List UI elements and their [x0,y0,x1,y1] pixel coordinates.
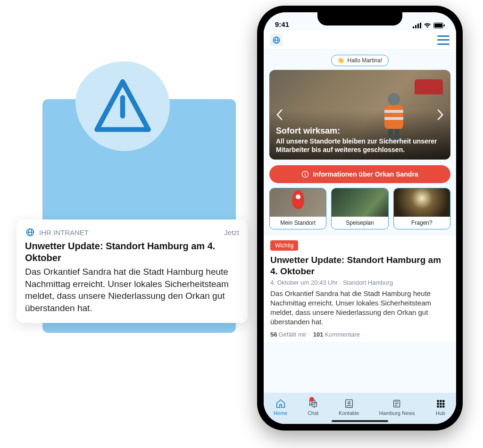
svg-point-25 [348,402,350,404]
comments-label: Kommentare [325,331,359,338]
globe-icon [272,36,281,44]
signal-icon [413,23,421,28]
nav-label: Chat [308,410,318,416]
hero-banner[interactable]: Sofort wirksam: All unsere Standorte ble… [269,70,450,160]
likes-label: Gefällt mir [278,331,306,338]
tile-label: Mein Standort [270,217,326,229]
svg-rect-17 [384,117,403,120]
push-time: Jetzt [224,228,239,237]
importance-badge: Wichtig [270,240,298,251]
nav-contacts[interactable]: Kontakte [339,398,359,416]
likes-count: 56 [270,331,277,338]
notification-badge [309,397,314,402]
info-button-label: Informationen über Orkan Sandra [313,170,418,178]
sandra-info-button[interactable]: Informationen über Orkan Sandra [269,165,450,183]
tile-questions[interactable]: Fragen? [393,188,450,229]
svg-rect-33 [437,403,439,405]
contacts-icon [343,398,355,409]
menu-button[interactable] [437,35,450,45]
alert-triangle-icon [92,76,153,137]
news-body: Das Orkantief Sandra hat die Stadt Hambu… [270,289,450,327]
nav-label: Home [274,410,287,416]
wifi-icon [424,23,431,28]
nav-home[interactable]: Home [274,398,287,416]
push-title: Unwetter Update: Standort Hamburg am 4. … [25,240,239,264]
news-title: Unwetter Update: Standort Hamburg am 4. … [270,254,450,277]
status-time: 9:41 [275,20,289,28]
phone-screen: 9:41 👋 Hallo Ma [264,12,456,424]
push-app-icon [25,227,35,237]
svg-rect-30 [437,400,439,402]
tile-menu-image [332,188,388,217]
svg-rect-6 [415,25,416,28]
svg-rect-35 [442,403,444,405]
hero-prev-button[interactable] [272,108,286,122]
svg-rect-5 [413,26,414,28]
nav-label: Hub [436,410,445,416]
svg-rect-34 [440,403,441,405]
battery-icon [433,23,445,28]
greeting-chip: 👋 Hallo Martina! [331,55,388,66]
grid-icon [435,398,446,409]
news-stats: 56Gefällt mir 101Kommentare [270,331,450,338]
tile-questions-image [394,188,450,217]
globe-icon [25,228,35,237]
tile-location-image [270,188,326,217]
svg-rect-36 [437,406,439,407]
news-meta: 4. Oktober um 20:43 Uhr · Standort Hambu… [270,279,450,286]
tile-label: Fragen? [394,217,450,229]
home-indicator [332,420,388,422]
tile-label: Speiseplan [332,217,388,229]
push-notification[interactable]: IHR INTRANET Jetzt Unwetter Update: Stan… [17,220,248,323]
nav-hub[interactable]: Hub [435,398,446,416]
push-app-name: IHR INTRANET [39,228,89,237]
svg-rect-23 [305,174,306,176]
svg-rect-11 [444,25,445,26]
svg-rect-31 [440,400,441,402]
nav-news[interactable]: Hamburg News [379,398,415,416]
chevron-right-icon [437,109,444,120]
chevron-left-icon [276,109,283,120]
nav-label: Hamburg News [379,410,415,416]
bottom-nav: Home Chat Kontakte Hamburg News [264,393,456,424]
svg-rect-32 [442,400,444,402]
news-article[interactable]: Wichtig Unwetter Update: Standort Hambur… [264,234,456,342]
hero-subtitle: All unsere Standorte bleiben zur Sicherh… [276,137,444,154]
home-icon [275,398,286,409]
tile-menu[interactable]: Speiseplan [331,188,388,229]
greeting-text: Hallo Martina! [347,57,382,64]
hero-bus-graphic [415,79,443,94]
svg-rect-8 [420,23,421,28]
svg-point-22 [305,172,306,173]
svg-point-18 [388,93,400,105]
hero-title: Sofort wirksam: [276,126,444,136]
svg-rect-7 [417,24,419,28]
svg-rect-16 [384,110,403,113]
nav-chat[interactable]: Chat [308,398,319,416]
quick-tiles: Mein Standort Speiseplan Fragen? [269,188,450,229]
tile-location[interactable]: Mein Standort [269,188,326,229]
push-body: Das Orkantief Sandra hat die Stadt Hambu… [25,266,239,314]
wave-icon: 👋 [337,57,344,64]
hero-text: Sofort wirksam: All unsere Standorte ble… [276,126,444,154]
app-logo[interactable] [270,34,283,46]
comments-count: 101 [313,331,324,338]
svg-rect-37 [440,406,441,407]
svg-rect-38 [442,406,444,407]
hero-next-button[interactable] [433,108,448,122]
app-header [264,30,456,50]
info-icon [301,170,309,178]
svg-rect-10 [434,24,442,27]
phone-notch [317,12,402,25]
push-header: IHR INTRANET Jetzt [25,227,239,237]
phone-frame: 9:41 👋 Hallo Ma [257,6,463,431]
nav-label: Kontakte [339,410,359,416]
news-icon [391,398,403,409]
